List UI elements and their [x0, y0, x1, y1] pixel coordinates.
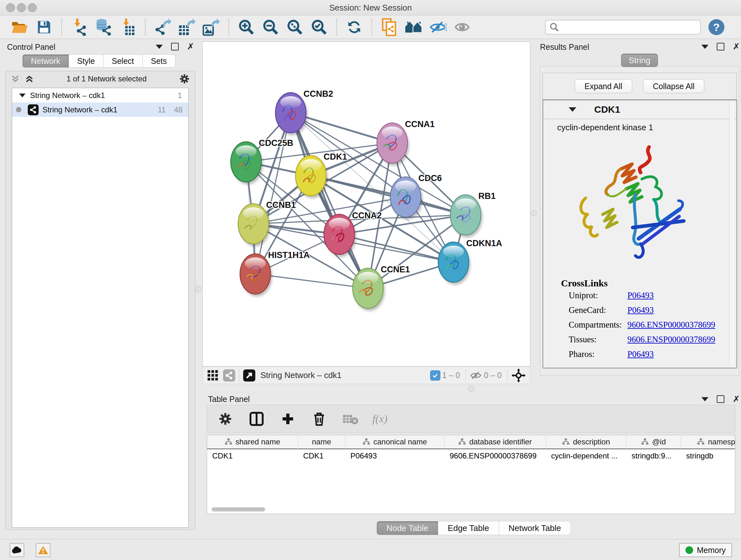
network-row[interactable]: String Network – cdk1 11 48 [12, 103, 188, 117]
cell-canonical-name[interactable]: P06493 [345, 449, 445, 462]
node-label: CCNB1 [266, 200, 296, 210]
tab-network[interactable]: Network [22, 54, 69, 68]
network-status-dot [16, 107, 21, 112]
column-header[interactable]: description [546, 435, 626, 449]
create-column-button[interactable] [279, 410, 297, 428]
network-node[interactable] [324, 214, 354, 254]
tab-style[interactable]: Style [69, 54, 104, 68]
show-all-button[interactable] [452, 17, 472, 37]
selected-checkbox[interactable] [430, 370, 441, 381]
column-header[interactable]: database identifier [445, 435, 546, 449]
network-node[interactable] [450, 195, 481, 235]
delete-table-button[interactable] [341, 410, 360, 428]
float-panel-icon[interactable] [717, 43, 724, 51]
birdseye-grid-icon[interactable] [207, 370, 219, 381]
open-session-button[interactable] [10, 17, 30, 37]
panel-menu-icon[interactable] [701, 397, 709, 401]
tab-node-table[interactable]: Node Table [377, 521, 438, 535]
help-button[interactable]: ? [709, 19, 724, 35]
left-divider-handle[interactable] [195, 286, 201, 292]
tree-expander-icon[interactable] [19, 94, 25, 98]
table-settings-button[interactable] [216, 410, 234, 428]
collapse-all-button[interactable]: Collapse All [643, 79, 704, 93]
close-panel-icon[interactable]: ✗ [733, 396, 740, 402]
network-collection-row[interactable]: String Network – cdk1 1 [12, 88, 188, 103]
export-table-button[interactable] [177, 17, 197, 37]
close-panel-icon[interactable]: ✗ [187, 44, 194, 50]
expand-all-button[interactable]: Expand All [575, 79, 632, 93]
export-image-button[interactable] [201, 17, 221, 37]
network-node[interactable] [377, 123, 408, 163]
tab-sets[interactable]: Sets [143, 54, 176, 68]
string-app-icon[interactable] [223, 369, 235, 381]
gene-section-header[interactable]: CDK1 [543, 100, 737, 119]
cell-description[interactable]: cyclin-dependent ... [546, 449, 626, 462]
network-node[interactable] [240, 254, 271, 294]
results-vertical-scrollbar[interactable] [729, 102, 734, 365]
crosslink-uniprot-link[interactable]: P06493 [627, 291, 654, 300]
save-session-button[interactable] [34, 17, 54, 37]
float-panel-icon[interactable] [171, 43, 179, 51]
column-header[interactable]: namespace [681, 435, 735, 449]
memory-button[interactable]: Memory [679, 543, 732, 557]
zoom-selected-button[interactable] [309, 17, 329, 37]
column-header[interactable]: shared name [207, 435, 298, 449]
crosslink-pharos-link[interactable]: P06493 [627, 349, 654, 359]
zoom-fit-button[interactable] [285, 17, 305, 37]
search-input[interactable] [559, 22, 688, 32]
tab-select[interactable]: Select [104, 54, 142, 68]
hide-selection-button[interactable] [428, 17, 448, 37]
gear-icon[interactable] [179, 73, 190, 84]
first-neighbors-button[interactable] [403, 17, 424, 37]
crosslink-tissues-link[interactable]: 9606.ENSP00000378699 [627, 334, 715, 345]
results-tab-string[interactable]: String [621, 54, 658, 67]
cell-id[interactable]: stringdb:9... [626, 449, 681, 462]
network-node[interactable] [390, 177, 421, 217]
import-table-from-file-button[interactable] [118, 17, 138, 37]
network-node[interactable] [238, 204, 269, 244]
table-row[interactable]: CDK1 CDK1 P06493 9606.ENSP00000378699 cy… [207, 449, 735, 462]
fit-content-crosshair-icon[interactable] [512, 368, 526, 382]
section-expander-icon[interactable] [569, 107, 576, 112]
function-builder-button[interactable]: f(x) [373, 413, 387, 425]
bottom-divider-handle[interactable] [468, 386, 474, 392]
import-network-from-database-button[interactable] [93, 17, 114, 37]
column-header[interactable]: name [298, 435, 345, 449]
column-header[interactable]: canonical name [345, 435, 445, 449]
network-node[interactable] [295, 155, 326, 196]
import-network-from-file-button[interactable] [69, 17, 89, 37]
close-panel-icon[interactable]: ✗ [733, 44, 740, 50]
cell-shared-name[interactable]: CDK1 [207, 449, 298, 462]
expand-all-icon[interactable] [24, 74, 34, 84]
tab-edge-table[interactable]: Edge Table [438, 521, 499, 535]
network-node[interactable] [353, 268, 383, 308]
table-horizontal-scrollbar[interactable] [212, 507, 265, 511]
cell-namespace[interactable]: stringdb [681, 449, 735, 462]
warnings-button[interactable] [36, 543, 51, 557]
float-panel-icon[interactable] [717, 395, 724, 403]
network-node[interactable] [438, 242, 469, 282]
export-network-button[interactable] [152, 17, 173, 37]
panel-menu-icon[interactable] [701, 45, 709, 49]
column-header[interactable]: @id [626, 435, 681, 449]
show-columns-button[interactable] [247, 410, 266, 428]
panel-menu-icon[interactable] [156, 45, 163, 49]
zoom-out-button[interactable] [260, 17, 281, 37]
cloud-status-button[interactable] [10, 543, 24, 557]
zoom-in-button[interactable] [236, 17, 257, 37]
cell-name[interactable]: CDK1 [298, 449, 345, 462]
string-network-graph[interactable]: CCNB2CCNA1CDC25BCDK1CDC6RB1CCNB1CCNA2CDK… [203, 42, 530, 366]
network-canvas[interactable]: CCNB2CCNA1CDC25BCDK1CDC6RB1CCNB1CCNA2CDK… [202, 42, 530, 367]
crosslink-compartments-link[interactable]: 9606.ENSP00000378699 [627, 320, 715, 330]
network-node[interactable] [275, 92, 306, 133]
cell-database-identifier[interactable]: 9606.ENSP00000378699 [445, 449, 546, 462]
tab-network-table[interactable]: Network Table [499, 521, 571, 535]
collapse-all-icon[interactable] [10, 74, 20, 84]
new-network-from-selection-button[interactable] [379, 17, 400, 37]
apply-preferred-layout-button[interactable] [344, 17, 364, 37]
right-divider-handle[interactable] [531, 210, 537, 216]
network-node[interactable] [231, 142, 261, 182]
crosslink-genecard-link[interactable]: P06493 [627, 305, 654, 315]
open-in-browser-icon[interactable] [243, 369, 255, 381]
delete-column-button[interactable] [310, 410, 328, 428]
